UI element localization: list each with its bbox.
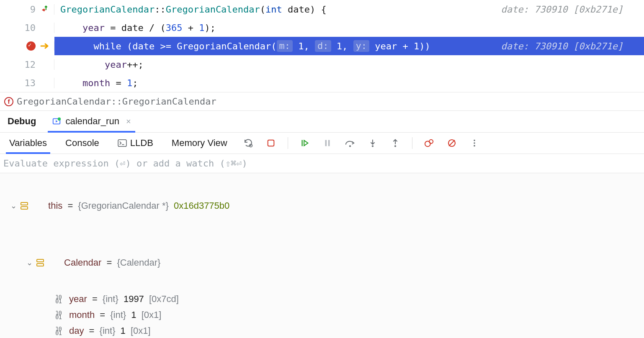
gutter[interactable]: 13 — [0, 78, 54, 88]
run-config-name: calendar_run — [65, 116, 119, 127]
tab-console[interactable]: Console — [65, 133, 99, 154]
stop-icon[interactable] — [265, 137, 277, 149]
execution-pointer-icon — [40, 42, 51, 50]
line-number: 9 — [21, 4, 36, 15]
line-number: 12 — [21, 59, 36, 70]
pause-icon[interactable] — [322, 137, 333, 149]
svg-point-15 — [474, 142, 475, 144]
gutter[interactable]: 9 — [0, 4, 54, 15]
var-day[interactable]: 1001 day = {int} 1 [0x1] — [0, 323, 644, 338]
svg-rect-6 — [325, 140, 327, 146]
more-icon[interactable] — [469, 137, 480, 149]
var-this[interactable]: ⌄ this = {GregorianCalendar *} 0x16d3775… — [0, 177, 644, 234]
code-text[interactable]: year = date / (365 + 1); — [54, 18, 644, 37]
primitive-icon: 1001 — [55, 327, 62, 335]
svg-rect-17 — [21, 202, 28, 205]
breadcrumb[interactable]: f GregorianCalendar::GregorianCalendar — [0, 92, 644, 110]
svg-point-16 — [474, 145, 475, 146]
variables-tree[interactable]: ⌄ this = {GregorianCalendar *} 0x16d3775… — [0, 173, 644, 338]
close-icon[interactable]: × — [126, 117, 131, 126]
breakpoint-icon[interactable] — [21, 41, 36, 51]
var-calendar[interactable]: ⌄ Calendar = {Calendar} — [0, 234, 644, 291]
debug-panel: Debug calendar_run × Variables Console L… — [0, 110, 644, 338]
evaluate-expression-input[interactable]: Evaluate expression (⏎) or add a watch (… — [0, 154, 644, 173]
param-hint: d: — [315, 40, 331, 52]
code-text[interactable]: year++; — [54, 55, 644, 74]
struct-icon — [20, 180, 41, 232]
svg-rect-18 — [21, 207, 28, 209]
struct-icon — [36, 237, 57, 289]
code-line[interactable]: 9 GregorianCalendar::GregorianCalendar(i… — [0, 0, 644, 18]
execution-line[interactable]: while (date >= GregorianCalendar(m: 1, d… — [0, 37, 644, 55]
inline-value-hint: date: 730910 [0xb271e] — [501, 4, 644, 15]
code-text[interactable]: month = 1; — [54, 74, 644, 92]
expand-icon[interactable]: ⌄ — [9, 201, 18, 210]
code-line[interactable]: 10 year = date / (365 + 1); — [0, 18, 644, 37]
view-breakpoints-icon[interactable] — [423, 137, 435, 149]
svg-point-1 — [58, 118, 61, 120]
svg-rect-5 — [268, 140, 274, 146]
var-month[interactable]: 1001 month = {int} 1 [0x1] — [0, 307, 644, 323]
inline-value-hint: date: 730910 [0xb271e] — [501, 41, 644, 51]
debug-label: Debug — [8, 116, 36, 127]
code-text[interactable]: while (date >= GregorianCalendar(m: 1, d… — [54, 37, 644, 55]
primitive-icon: 1001 — [55, 311, 62, 319]
method-entry-icon — [40, 5, 51, 14]
svg-point-4 — [250, 145, 251, 146]
param-hint: y: — [353, 40, 370, 52]
run-config-tab[interactable]: calendar_run × — [52, 111, 131, 132]
tab-lldb[interactable]: LLDB — [118, 133, 153, 154]
line-number: 10 — [21, 23, 36, 33]
svg-point-10 — [394, 145, 396, 147]
svg-point-14 — [474, 140, 475, 141]
param-hint: m: — [277, 40, 293, 52]
svg-rect-7 — [328, 140, 330, 146]
breadcrumb-text: GregorianCalendar::GregorianCalendar — [17, 96, 216, 107]
step-over-icon[interactable] — [344, 137, 356, 149]
code-text[interactable]: GregorianCalendar::GregorianCalendar(int… — [54, 0, 644, 18]
svg-rect-20 — [37, 264, 44, 266]
svg-rect-19 — [37, 259, 44, 262]
code-editor[interactable]: 9 GregorianCalendar::GregorianCalendar(i… — [0, 0, 644, 92]
var-year[interactable]: 1001 year = {int} 1997 [0x7cd] — [0, 291, 644, 307]
svg-point-12 — [429, 140, 433, 143]
debug-header: Debug calendar_run × — [0, 111, 644, 132]
terminal-icon — [118, 139, 127, 147]
gutter[interactable]: 12 — [0, 59, 54, 70]
resume-icon[interactable] — [299, 137, 311, 149]
tab-memory-view[interactable]: Memory View — [172, 133, 227, 154]
rerun-icon[interactable] — [242, 137, 254, 149]
function-icon: f — [4, 97, 13, 106]
tab-variables[interactable]: Variables — [9, 133, 47, 154]
svg-rect-2 — [118, 140, 126, 146]
debug-toolbar: Variables Console LLDB Memory View — [0, 133, 644, 154]
step-out-icon[interactable] — [389, 137, 401, 149]
step-into-icon[interactable] — [367, 137, 379, 149]
primitive-icon: 1001 — [55, 295, 62, 303]
svg-point-9 — [372, 145, 374, 147]
gutter[interactable] — [0, 41, 54, 51]
gutter[interactable]: 10 — [0, 23, 54, 33]
svg-point-8 — [349, 145, 351, 147]
line-number: 13 — [21, 78, 36, 88]
run-config-icon — [52, 117, 61, 126]
expand-icon[interactable]: ⌄ — [25, 258, 33, 267]
code-line[interactable]: 13 month = 1; — [0, 74, 644, 92]
code-line[interactable]: 12 year++; — [0, 55, 644, 74]
mute-breakpoints-icon[interactable] — [446, 137, 458, 149]
